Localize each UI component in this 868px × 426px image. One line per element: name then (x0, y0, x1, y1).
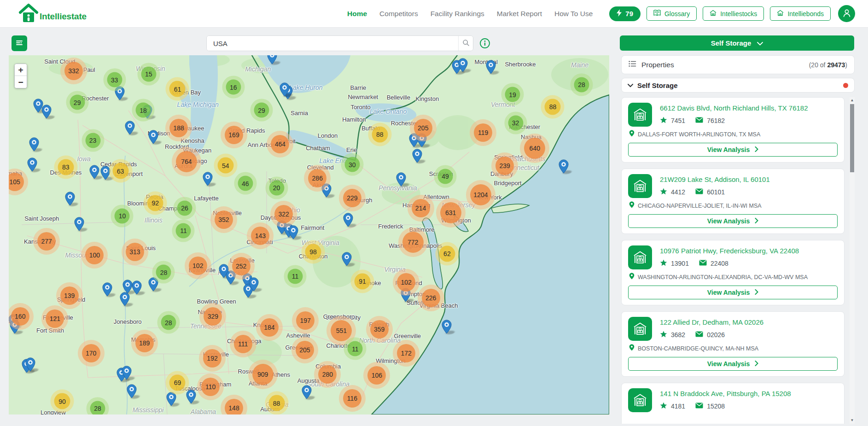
map-cluster-marker[interactable]: 909 (252, 364, 274, 385)
list-scrollbar[interactable]: ▲ ▼ (850, 97, 855, 424)
map-pin[interactable] (412, 149, 422, 163)
property-address-link[interactable]: 10976 Patriot Hwy, Fredericksburg, VA 22… (660, 247, 799, 255)
map-pin[interactable] (89, 165, 99, 179)
map-pin[interactable] (125, 121, 135, 135)
map-cluster-marker[interactable]: 229 (343, 189, 361, 207)
map-cluster-marker[interactable]: 63 (112, 163, 128, 179)
map-cluster-marker[interactable]: 83 (58, 159, 74, 175)
map-pin[interactable] (442, 320, 452, 334)
map-cluster-marker[interactable]: 10 (115, 208, 130, 223)
map-cluster-marker[interactable]: 160 (11, 307, 29, 326)
nav-link-home[interactable]: Home (347, 10, 367, 18)
glossary-button[interactable]: Glossary (647, 6, 697, 21)
map-cluster-marker[interactable]: 98 (305, 244, 321, 260)
map-pin[interactable] (132, 280, 142, 295)
map-cluster-marker[interactable]: 286 (308, 169, 326, 187)
map-cluster-marker[interactable]: 110 (201, 378, 220, 396)
map-pin[interactable] (120, 292, 130, 306)
nav-link-market-report[interactable]: Market Report (497, 10, 542, 18)
map-pin[interactable] (302, 385, 312, 399)
section-header-self-storage[interactable]: Self Storage (621, 78, 855, 93)
map-pin[interactable] (148, 277, 158, 292)
map-cluster-marker[interactable]: 15 (141, 66, 156, 82)
map-cluster-marker[interactable]: 148 (225, 399, 243, 414)
zoom-in-button[interactable]: + (15, 64, 27, 76)
app-logo[interactable]: Intelliestate (18, 3, 87, 24)
map-pin[interactable] (396, 172, 406, 187)
nav-link-facility-rankings[interactable]: Facility Rankings (431, 10, 484, 18)
map-cluster-marker[interactable]: 332 (64, 62, 83, 80)
map-pin[interactable] (166, 392, 176, 406)
map-pin[interactable] (102, 282, 112, 297)
map-cluster-marker[interactable]: 46 (238, 176, 253, 191)
map-pin[interactable] (65, 192, 75, 206)
map-pin[interactable] (343, 213, 353, 227)
sidebar-toggle-button[interactable] (12, 35, 27, 51)
map-cluster-marker[interactable]: 29 (254, 103, 269, 118)
user-avatar[interactable] (838, 5, 855, 22)
map-pin[interactable] (41, 105, 52, 119)
map-pin[interactable] (100, 166, 111, 180)
map-cluster-marker[interactable]: 29 (70, 95, 85, 110)
map-cluster-marker[interactable]: 19 (505, 87, 520, 102)
map-cluster-marker[interactable]: 20 (269, 180, 284, 195)
map-cluster-marker[interactable]: 464 (271, 135, 289, 153)
map-cluster-marker[interactable]: 551 (331, 320, 352, 341)
map-canvas[interactable]: Saint CloudPaulRochesterWisconsinGreen B… (9, 55, 609, 414)
map-cluster-marker[interactable]: 102 (397, 273, 415, 292)
map-cluster-marker[interactable]: 11 (348, 341, 363, 356)
map-cluster-marker[interactable]: 28 (574, 77, 589, 92)
energy-credits-badge[interactable]: 79 (609, 6, 641, 21)
map-cluster-marker[interactable]: 313 (126, 243, 144, 261)
map-cluster-marker[interactable]: 88 (268, 395, 285, 411)
map-pin[interactable] (25, 357, 35, 372)
map-cluster-marker[interactable]: 143 (251, 227, 269, 245)
nav-link-how-to-use[interactable]: How To Use (554, 10, 593, 18)
map-pin[interactable] (74, 217, 84, 231)
map-cluster-marker[interactable]: 18 (136, 103, 151, 118)
property-address-link[interactable]: 122 Allied Dr, Dedham, MA 02026 (660, 318, 763, 326)
map-cluster-marker[interactable]: 69 (169, 374, 186, 391)
property-address-link[interactable]: 6612 Davis Blvd, North Richland Hills, T… (660, 104, 808, 112)
map-cluster-marker[interactable]: 11 (176, 223, 191, 238)
map-pin[interactable] (458, 58, 468, 72)
map-pin[interactable] (288, 225, 298, 239)
property-card[interactable]: 21W209 Lake St, Addison, IL 60101 4412 6… (621, 169, 845, 234)
map-cluster-marker[interactable]: 28 (156, 265, 171, 280)
scrollbar-thumb[interactable] (850, 104, 854, 172)
map-pin[interactable] (342, 252, 352, 266)
map-cluster-marker[interactable]: 23 (85, 133, 100, 148)
map-pin[interactable] (559, 159, 569, 174)
map-cluster-marker[interactable]: 102 (189, 257, 207, 275)
scroll-down-arrow[interactable]: ▼ (851, 417, 854, 423)
map-cluster-marker[interactable]: 16 (226, 80, 241, 95)
map-pin[interactable] (122, 366, 132, 380)
map-cluster-marker[interactable]: 352 (215, 210, 233, 229)
view-analysis-button[interactable]: View Analysis (628, 286, 838, 299)
map-pin[interactable] (280, 82, 290, 97)
scroll-up-arrow[interactable]: ▲ (851, 97, 854, 103)
map-cluster-marker[interactable]: 106 (367, 366, 386, 385)
map-cluster-marker[interactable]: 205 (414, 119, 432, 137)
map-cluster-marker[interactable]: 100 (85, 246, 104, 264)
map-cluster-marker[interactable]: 197 (296, 311, 315, 330)
map-cluster-marker[interactable]: 205 (296, 341, 314, 359)
intelliestocks-button[interactable]: Intelliestocks (703, 6, 764, 21)
map-cluster-marker[interactable]: 189 (135, 334, 154, 352)
map-cluster-marker[interactable]: 631 (440, 202, 461, 223)
map-pin[interactable] (203, 172, 213, 186)
view-analysis-button[interactable]: View Analysis (628, 143, 838, 157)
view-analysis-button[interactable]: View Analysis (628, 214, 838, 228)
map-pin[interactable] (186, 390, 196, 404)
map-cluster-marker[interactable]: 121 (46, 309, 64, 328)
map-cluster-marker[interactable]: 192 (203, 349, 221, 368)
map-pin[interactable] (148, 130, 158, 144)
map-pin[interactable] (486, 60, 496, 74)
view-analysis-button[interactable]: View Analysis (628, 357, 838, 371)
property-card[interactable]: 6612 Davis Blvd, North Richland Hills, T… (621, 97, 845, 163)
map-cluster-marker[interactable]: 62 (439, 245, 455, 262)
map-cluster-marker[interactable]: 139 (60, 286, 79, 305)
property-card[interactable]: 10976 Patriot Hwy, Fredericksburg, VA 22… (621, 240, 845, 305)
map-cluster-marker[interactable]: 226 (422, 289, 440, 307)
map-cluster-marker[interactable]: 33 (107, 72, 122, 88)
